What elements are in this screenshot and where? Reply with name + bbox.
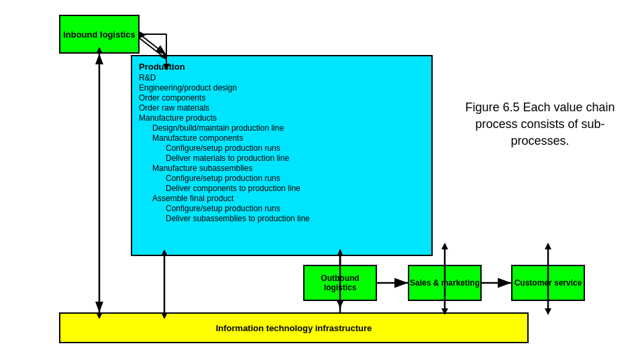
svg-marker-10 bbox=[140, 32, 146, 38]
svg-marker-22 bbox=[545, 308, 551, 315]
production-line: Manufacture products bbox=[139, 113, 425, 123]
sales-label: Sales & marketing bbox=[410, 278, 480, 288]
production-title: Production bbox=[139, 62, 425, 72]
production-line: Manufacture subassemblies bbox=[152, 164, 425, 173]
it-label: Information technology infrastructure bbox=[216, 323, 372, 333]
customer-label: Customer service bbox=[515, 278, 582, 288]
it-infrastructure-box: Information technology infrastructure bbox=[59, 312, 529, 343]
outbound-label: Outbound logistics bbox=[305, 274, 376, 292]
svg-marker-18 bbox=[441, 243, 448, 249]
customer-service-box: Customer service bbox=[511, 265, 585, 301]
diagram-container: Inbound logistics Production R&DEngineer… bbox=[0, 0, 644, 362]
production-line: Engineering/product design bbox=[139, 83, 425, 93]
svg-marker-13 bbox=[337, 301, 343, 308]
figure-text: Figure 6.5 Each value chain process cons… bbox=[465, 101, 614, 147]
production-line: Deliver subassemblies to production line bbox=[166, 214, 425, 223]
production-line: Manufacture components bbox=[152, 133, 425, 143]
production-line: R&D bbox=[139, 73, 425, 82]
production-line: Deliver materials to production line bbox=[166, 154, 425, 163]
outbound-logistics-box: Outbound logistics bbox=[303, 265, 377, 301]
production-lines: R&DEngineering/product designOrder compo… bbox=[139, 73, 425, 223]
production-box: Production R&DEngineering/product design… bbox=[131, 55, 433, 256]
production-line: Order raw materials bbox=[139, 103, 425, 113]
production-line: Configure/setup production runs bbox=[166, 204, 425, 213]
production-line: Order components bbox=[139, 93, 425, 103]
svg-line-7 bbox=[140, 34, 166, 55]
production-line: Design/build/maintain production line bbox=[152, 123, 425, 133]
production-line: Configure/setup production runs bbox=[166, 143, 425, 153]
inbound-label: Inbound logistics bbox=[63, 29, 136, 40]
inbound-logistics-box: Inbound logistics bbox=[59, 15, 140, 54]
production-line: Configure/setup production runs bbox=[166, 174, 425, 183]
sales-marketing-box: Sales & marketing bbox=[408, 265, 482, 301]
production-line: Deliver components to production line bbox=[166, 184, 425, 193]
production-line: Assemble final product bbox=[152, 194, 425, 203]
svg-marker-21 bbox=[545, 243, 551, 249]
figure-caption: Figure 6.5 Each value chain process cons… bbox=[463, 99, 617, 150]
